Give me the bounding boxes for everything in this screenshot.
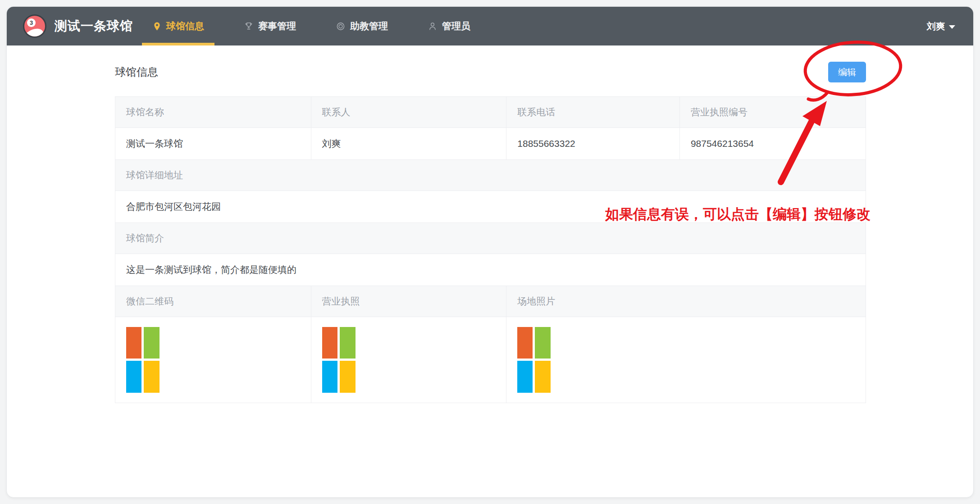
placeholder-quadrant	[144, 327, 160, 359]
whistle-icon	[336, 21, 346, 32]
header-intro: 球馆简介	[115, 223, 866, 254]
person-icon	[428, 21, 438, 32]
placeholder-quadrant	[126, 327, 141, 359]
placeholder-quadrant	[144, 361, 160, 393]
wechat-qr-image-cell	[115, 317, 311, 403]
header-business-license: 营业执照	[311, 286, 507, 317]
placeholder-quadrant	[535, 361, 551, 393]
placeholder-quadrant	[322, 327, 337, 359]
billiard-ball-logo-icon: 3	[23, 14, 46, 38]
value-contact-person: 刘爽	[311, 128, 507, 159]
images-header-row: 微信二维码 营业执照 场地照片	[115, 286, 866, 317]
venue-photo-image-cell	[506, 317, 866, 403]
value-intro: 这是一条测试到球馆，简介都是随便填的	[115, 254, 866, 286]
tab-venue-info[interactable]: 球馆信息	[142, 7, 214, 45]
venue-info-table: 球馆名称 联系人 联系电话 营业执照编号 测试一条球馆 刘爽 188556633…	[115, 96, 866, 403]
trophy-icon	[244, 21, 254, 32]
address-header-row: 球馆详细地址	[115, 160, 866, 191]
title-row: 球馆信息 编辑	[115, 60, 866, 84]
value-license-number: 987546213654	[680, 128, 866, 159]
table-value-row: 测试一条球馆 刘爽 18855663322 987546213654	[115, 128, 866, 160]
placeholder-quadrant	[126, 361, 141, 393]
username: 刘爽	[927, 20, 945, 32]
intro-value-row: 这是一条测试到球馆，简介都是随便填的	[115, 254, 866, 286]
intro-header-row: 球馆简介	[115, 223, 866, 254]
edit-button[interactable]: 编辑	[828, 62, 866, 82]
header-venue-photo: 场地照片	[506, 286, 866, 317]
annotation-text: 如果信息有误，可以点击【编辑】按钮修改	[605, 205, 871, 224]
placeholder-quadrant	[322, 361, 337, 393]
wechat-qr-placeholder-image	[126, 327, 160, 393]
chevron-down-icon	[949, 25, 955, 29]
placeholder-quadrant	[340, 361, 356, 393]
tab-label: 助教管理	[350, 20, 388, 32]
header-license-number: 营业执照编号	[680, 97, 866, 127]
business-license-placeholder-image	[322, 327, 356, 393]
images-row	[115, 317, 866, 403]
table-header-row: 球馆名称 联系人 联系电话 营业执照编号	[115, 97, 866, 128]
header-venue-name: 球馆名称	[115, 97, 311, 127]
logo-shine	[23, 26, 46, 38]
value-contact-phone: 18855663322	[506, 128, 680, 159]
header-contact-phone: 联系电话	[506, 97, 680, 127]
header-wechat-qr: 微信二维码	[115, 286, 311, 317]
location-pin-icon	[152, 21, 162, 32]
header-contact-person: 联系人	[311, 97, 507, 127]
logo-number: 3	[27, 18, 36, 27]
page-background: 3 测试一条球馆 球馆信息 赛事管理	[0, 0, 980, 504]
placeholder-quadrant	[517, 361, 533, 393]
main-content: 球馆信息 编辑 球馆名称 联系人 联系电话 营业执照编号 测试一条球馆 刘爽 1…	[7, 60, 973, 403]
tab-assistant-management[interactable]: 助教管理	[325, 7, 398, 45]
venue-photo-placeholder-image	[517, 327, 551, 393]
user-menu[interactable]: 刘爽	[927, 20, 955, 32]
header-address: 球馆详细地址	[115, 160, 866, 191]
placeholder-quadrant	[340, 327, 356, 359]
business-license-image-cell	[311, 317, 507, 403]
tab-event-management[interactable]: 赛事管理	[233, 7, 306, 45]
placeholder-quadrant	[517, 327, 533, 359]
top-navbar: 3 测试一条球馆 球馆信息 赛事管理	[7, 7, 973, 45]
app-window: 3 测试一条球馆 球馆信息 赛事管理	[6, 6, 974, 498]
placeholder-quadrant	[535, 327, 551, 359]
tab-label: 球馆信息	[166, 20, 204, 32]
brand: 3 测试一条球馆	[23, 14, 133, 38]
value-venue-name: 测试一条球馆	[115, 128, 311, 159]
nav-tabs: 球馆信息 赛事管理 助教管理	[142, 7, 500, 45]
page-title: 球馆信息	[115, 65, 158, 79]
tab-admin[interactable]: 管理员	[417, 7, 481, 45]
brand-title: 测试一条球馆	[55, 18, 133, 35]
tab-label: 管理员	[442, 20, 470, 32]
tab-label: 赛事管理	[258, 20, 296, 32]
